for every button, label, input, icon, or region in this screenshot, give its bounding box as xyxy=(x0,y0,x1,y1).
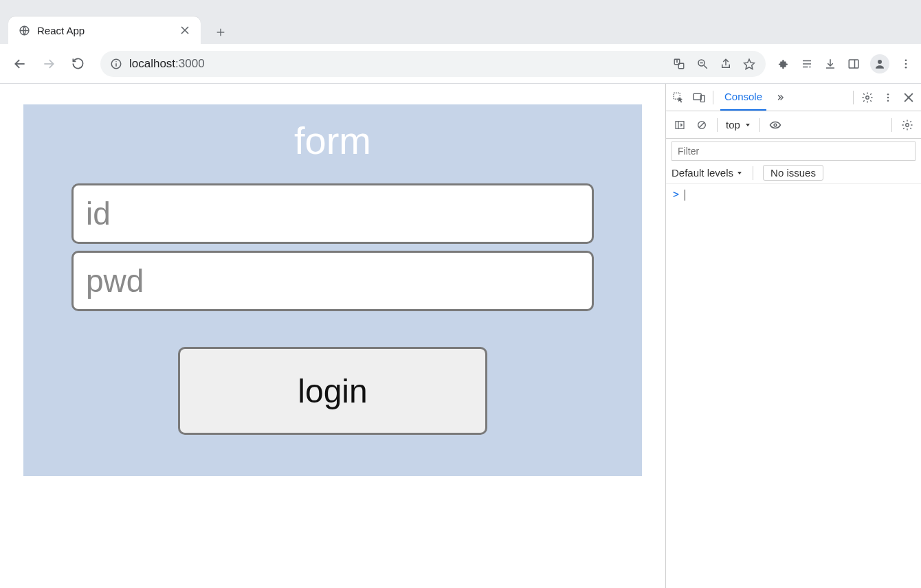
share-icon[interactable] xyxy=(719,57,733,71)
new-tab-button[interactable] xyxy=(209,21,232,44)
svg-point-13 xyxy=(115,60,117,62)
svg-point-44 xyxy=(774,124,777,126)
password-input[interactable] xyxy=(71,251,594,311)
svg-point-29 xyxy=(905,66,907,68)
browser-tabstrip: React App xyxy=(0,11,921,44)
console-output[interactable]: > xyxy=(666,184,921,588)
downloads-icon[interactable] xyxy=(823,57,837,71)
nav-back-button[interactable] xyxy=(8,52,32,76)
log-levels-selector[interactable]: Default levels xyxy=(672,167,743,179)
svg-point-26 xyxy=(878,60,882,64)
browser-toolbar: localhost:3000 xyxy=(0,44,921,84)
svg-point-35 xyxy=(887,96,889,98)
clear-console-icon[interactable] xyxy=(695,118,709,132)
console-filter-input[interactable] xyxy=(672,142,916,161)
device-toolbar-icon[interactable] xyxy=(692,91,706,104)
console-cursor xyxy=(685,190,685,201)
translate-icon[interactable] xyxy=(672,57,686,71)
devtools-tab-console[interactable]: Console xyxy=(720,84,766,111)
devtools-console-toolbar: top xyxy=(666,111,921,139)
zoom-icon[interactable] xyxy=(696,57,709,71)
browser-menu-icon[interactable] xyxy=(899,57,913,71)
tab-close-icon[interactable] xyxy=(179,24,191,36)
nav-forward-button[interactable] xyxy=(37,52,60,76)
login-form: form login xyxy=(23,104,642,476)
svg-marker-19 xyxy=(744,59,755,69)
svg-point-27 xyxy=(905,59,907,61)
browser-tab[interactable]: React App xyxy=(8,16,201,44)
svg-rect-24 xyxy=(849,60,858,68)
svg-point-36 xyxy=(887,100,889,101)
chevron-down-icon xyxy=(736,170,743,177)
svg-marker-43 xyxy=(746,124,750,126)
page-viewport: form login xyxy=(0,84,665,588)
svg-line-17 xyxy=(704,65,707,69)
bookmark-star-icon[interactable] xyxy=(742,57,756,71)
side-panel-icon[interactable] xyxy=(847,57,861,71)
svg-point-34 xyxy=(887,93,889,95)
console-filter-bar: Default levels No issues xyxy=(666,139,921,184)
id-input[interactable] xyxy=(71,183,594,244)
chevron-down-icon xyxy=(744,122,751,128)
svg-rect-31 xyxy=(693,93,701,100)
tab-title: React App xyxy=(37,25,179,36)
devtools-tabbar: Console xyxy=(666,84,921,111)
url-text: localhost:3000 xyxy=(129,57,205,71)
console-prompt-caret: > xyxy=(673,188,679,201)
address-bar[interactable]: localhost:3000 xyxy=(100,51,766,77)
devtools-menu-icon[interactable] xyxy=(881,91,895,104)
svg-rect-39 xyxy=(676,121,684,128)
site-info-icon[interactable] xyxy=(110,58,122,70)
console-sidebar-toggle-icon[interactable] xyxy=(673,118,687,132)
devtools-panel: Console top xyxy=(665,84,921,588)
extensions-icon[interactable] xyxy=(777,57,790,71)
extension-icons xyxy=(777,54,913,74)
svg-line-42 xyxy=(699,122,704,128)
login-button[interactable]: login xyxy=(178,347,487,435)
devtools-close-icon[interactable] xyxy=(902,91,916,104)
reading-list-icon[interactable] xyxy=(800,57,814,71)
svg-point-28 xyxy=(905,63,907,65)
form-title: form xyxy=(294,118,371,163)
devtools-settings-icon[interactable] xyxy=(861,91,874,104)
issues-badge[interactable]: No issues xyxy=(763,165,823,181)
live-expression-icon[interactable] xyxy=(768,118,782,132)
globe-icon xyxy=(18,24,30,36)
inspect-element-icon[interactable] xyxy=(672,91,685,104)
nav-reload-button[interactable] xyxy=(66,52,89,76)
svg-point-45 xyxy=(906,123,909,126)
console-settings-icon[interactable] xyxy=(900,118,914,132)
more-tabs-icon[interactable] xyxy=(773,91,787,104)
execution-context-selector[interactable]: top xyxy=(726,119,751,131)
svg-marker-46 xyxy=(737,172,742,174)
profile-avatar[interactable] xyxy=(870,54,889,74)
svg-point-33 xyxy=(866,95,869,99)
